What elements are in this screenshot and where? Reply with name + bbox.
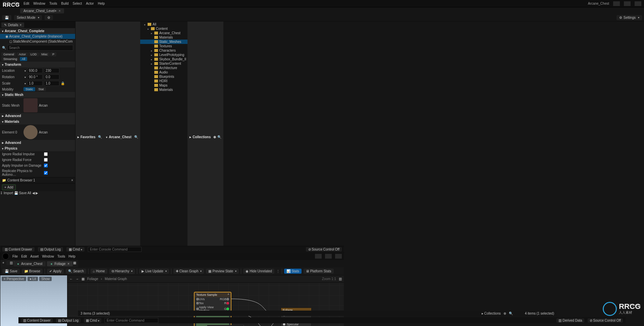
me-tab-foliage[interactable]: ●Foliage × — [47, 261, 73, 266]
loc-x-field[interactable]: 930.0 — [27, 68, 43, 73]
level-tab[interactable]: Arcane_Chest_Level+ × — [20, 8, 64, 13]
me-hierarchy-dropdown[interactable]: ⧉ Hierarchy — [109, 269, 135, 274]
menu-edit[interactable]: Edit — [23, 2, 29, 5]
staticmesh-name[interactable]: Arcan — [39, 104, 48, 107]
me-hideunrelated-button[interactable]: ◉ Hide Unrelated — [243, 269, 274, 274]
cb-collections[interactable]: Collections — [193, 135, 211, 139]
tree-characters[interactable]: Characters — [140, 48, 188, 53]
cb-favorites[interactable]: Favorites — [80, 135, 95, 139]
content-drawer-button[interactable]: ▥ Content Drawer — [2, 247, 35, 252]
menu-build[interactable]: Build — [61, 2, 68, 5]
material-thumb[interactable] — [23, 125, 38, 139]
me-browse-button[interactable]: 📁 Browse — [22, 269, 43, 274]
search-icon[interactable]: 🔍 — [134, 135, 138, 139]
tree-skybox[interactable]: Skybox_Bundle_II — [140, 57, 188, 61]
mobility-stat[interactable]: Stat — [37, 87, 46, 91]
tree-arcanechest[interactable]: Arcane_Chest — [140, 31, 188, 35]
settings-dropdown[interactable]: ⚙ Settings — [616, 15, 642, 20]
footer-output-log[interactable]: ▤ Output Log — [56, 318, 80, 323]
material-name[interactable]: Arcan — [39, 130, 48, 134]
cb-add-button[interactable]: +Add — [2, 184, 16, 190]
menu-help[interactable]: Help — [98, 2, 105, 5]
graphview-icon[interactable]: ▦ — [82, 277, 85, 281]
source-control-button[interactable]: ⊘ Source Control Off — [306, 247, 342, 252]
lock-icon[interactable]: 🔒 — [61, 82, 65, 85]
nav-fwd-icon[interactable]: → — [75, 277, 79, 281]
cb-import-button[interactable]: ↧ Import — [0, 191, 13, 195]
mobility-static[interactable]: Static — [23, 87, 35, 91]
ignore-radial-impulse-checkbox[interactable] — [44, 152, 48, 156]
me-liveupdate-dropdown[interactable]: ▶ Live Update — [139, 269, 169, 274]
me-menu-help[interactable]: Help — [68, 255, 75, 258]
window-maximize[interactable] — [624, 1, 631, 6]
section-advanced2[interactable]: Advanced — [5, 141, 21, 145]
search-icon[interactable]: 🔍 — [509, 312, 513, 315]
me-max-button[interactable] — [325, 254, 332, 259]
rot-y-field[interactable]: 0.0 — [44, 74, 59, 79]
vp-lit[interactable]: ● Lit — [28, 277, 38, 281]
tree-levelproto[interactable]: LevelPrototyping — [140, 53, 188, 57]
window-minimize[interactable] — [613, 1, 620, 6]
details-search-input[interactable] — [7, 45, 73, 51]
filter-all[interactable]: All — [20, 57, 27, 61]
details-tab[interactable]: ✎ Details × — [1, 22, 24, 28]
me-cleangraph-dropdown[interactable]: ✚ Clean Graph — [173, 269, 204, 274]
scale-x-field[interactable]: 1.0 — [27, 81, 43, 86]
tree-textures[interactable]: Textures — [140, 44, 188, 48]
crumb-foliage[interactable]: Foliage — [87, 277, 98, 281]
replicate-physics-checkbox[interactable] — [44, 171, 48, 174]
me-menu-file[interactable]: File — [12, 255, 18, 258]
graph-menu-icon[interactable]: ▥ — [339, 277, 342, 281]
menu-tools[interactable]: Tools — [49, 2, 57, 5]
section-advanced[interactable]: Advanced — [5, 114, 21, 118]
tree-all[interactable]: All — [140, 22, 188, 26]
vp-perspective[interactable]: ≡ Perspective — [2, 277, 26, 281]
add-icon[interactable]: ⊕ — [213, 135, 216, 139]
add-icon[interactable]: ⊕ — [503, 312, 506, 315]
menu-window[interactable]: Window — [33, 2, 45, 5]
footer-derived-data[interactable]: ▥ Derived Data — [556, 318, 584, 323]
loc-y-field[interactable]: 230 — [44, 68, 59, 73]
me-menu-window[interactable]: Window — [42, 255, 54, 258]
save-level-button[interactable]: 💾 — [2, 15, 11, 20]
section-staticmesh[interactable]: Static Mesh — [5, 93, 23, 97]
search-icon[interactable]: 🔍 — [98, 135, 102, 139]
ignore-radial-force-checkbox[interactable] — [44, 158, 48, 162]
crumb-matgraph[interactable]: Material Graph — [105, 277, 127, 281]
me-min-button[interactable] — [315, 254, 322, 259]
filter-actor[interactable]: Actor — [17, 52, 28, 56]
history-back-icon[interactable]: ◀ — [32, 191, 35, 195]
me-close-button[interactable] — [335, 254, 342, 259]
menu-actor[interactable]: Actor — [86, 2, 94, 5]
footer-content-drawer[interactable]: ▥ Content Drawer — [21, 318, 53, 323]
me-menu-asset[interactable]: Asset — [30, 255, 39, 258]
window-close[interactable] — [635, 1, 641, 6]
cb-saveall-button[interactable]: 💾 Save All — [14, 191, 31, 195]
console-input[interactable] — [88, 247, 142, 252]
select-mode-dropdown[interactable]: Select Mode — [14, 15, 42, 20]
apply-impulse-checkbox[interactable] — [44, 164, 48, 167]
component-staticmesh[interactable]: ◻ StaticMeshComponent (StaticMeshCom — [0, 39, 75, 44]
nav-back-icon[interactable]: ← — [69, 277, 73, 281]
me-home-button[interactable]: ⌂ Home — [91, 269, 107, 274]
scale-y-field[interactable]: 1.0 — [44, 81, 59, 86]
me-apply-button[interactable]: ✔ Apply — [47, 269, 64, 274]
cb-root[interactable]: Arcane_Chest — [109, 135, 131, 139]
section-materials[interactable]: Materials — [5, 120, 19, 123]
footer-cmd-dropdown[interactable]: ▦ Cmd — [84, 318, 101, 323]
me-tab-arcanechest[interactable]: ●Arcane_Chest — [14, 261, 46, 266]
me-menu-tools[interactable]: Tools — [57, 255, 65, 258]
filter-general[interactable]: General — [1, 52, 16, 56]
me-menu-edit[interactable]: Edit — [21, 255, 27, 258]
search-icon[interactable]: 🔍 — [217, 135, 221, 139]
me-stats-button[interactable]: 📊 Stats — [284, 269, 302, 274]
me-platform-button[interactable]: 🖥 Platform Stats — [304, 269, 334, 274]
close-icon[interactable]: × — [71, 178, 73, 182]
menu-select[interactable]: Select — [73, 2, 82, 5]
staticmesh-thumb[interactable] — [23, 98, 38, 112]
rot-x-field[interactable]: 90.0 ° — [27, 74, 43, 79]
me-search-button[interactable]: 🔍 Search — [66, 269, 86, 274]
cmd-dropdown[interactable]: ▦ Cmd — [66, 247, 85, 252]
filter-lod[interactable]: LOD — [29, 52, 39, 56]
tree-staticmeshes[interactable]: Static_Meshes — [140, 40, 188, 44]
